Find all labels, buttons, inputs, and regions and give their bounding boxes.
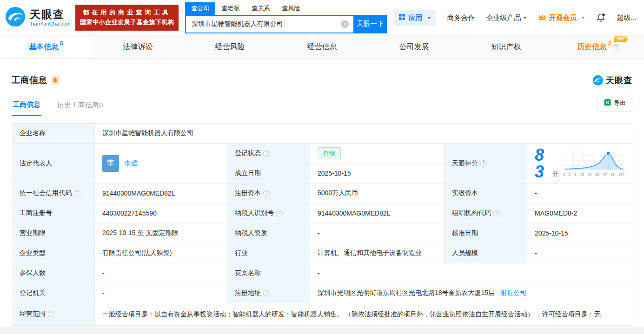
score-number: 83: [535, 147, 550, 180]
label-english-name: 英文名称: [227, 263, 310, 283]
tab-label: 经营信息: [307, 42, 337, 52]
tab-business-info[interactable]: 经营信息: [276, 36, 368, 58]
header-nav: 应用 商务合作 企业级产品 开通会员: [394, 10, 637, 26]
apps-grid-icon: [398, 13, 405, 22]
label-business-term: 营业期限: [12, 223, 95, 243]
help-icon[interactable]: ?: [263, 150, 270, 157]
search-tab-relation[interactable]: 查关系: [246, 2, 276, 15]
label-address: 注册地址?: [227, 283, 310, 303]
help-icon[interactable]: ?: [480, 160, 487, 167]
business-info-section: 工商信息 天眼查 工商信息 历史工商信息0: [0, 74, 644, 326]
label-industry: 行业: [227, 243, 310, 263]
label-business-scope: 经营范围?: [12, 303, 95, 326]
brand-domain: TianYanCha.com: [30, 21, 71, 26]
value-reg-capital: 5000万人民币: [310, 183, 445, 203]
tab-history-info[interactable]: 历史信息 2 VIP ?: [552, 36, 644, 58]
table-row: 经营范围? 一般经营项目是：以自有资金从事投资活动；智能机器人的研发；智能机器人…: [12, 303, 632, 326]
search-block: 查公司 查老板 查关系 查风险 × 天眼一下: [185, 2, 387, 33]
nav-enterprise-products[interactable]: 企业级产品: [486, 13, 527, 22]
subtab-business-info[interactable]: 工商信息: [12, 100, 41, 116]
section-brand-text: 天眼查: [606, 75, 632, 86]
label-staff-size: 人员规模: [445, 243, 527, 263]
value-org-code: MAG0MED8-2: [527, 203, 632, 223]
tianyancha-logo[interactable]: 天眼查 TianYanCha.com: [5, 6, 71, 29]
search-input[interactable]: [185, 15, 353, 33]
notification-bell[interactable]: [596, 13, 605, 22]
score-unit: 分: [552, 170, 558, 178]
nav-enterprise-label: 企业级产品: [486, 13, 521, 22]
status-badge: 存续: [318, 147, 341, 159]
value-legal-rep: 李 李哲: [95, 144, 227, 183]
tab-legal-proceedings[interactable]: 法律诉讼: [92, 36, 184, 58]
brand-name: 天眼查: [30, 9, 71, 20]
value-score: 83 分: [527, 144, 632, 183]
subtab-history-business-info[interactable]: 历史工商信息0: [56, 101, 104, 116]
subtabs-row: 工商信息 历史工商信息0 导出: [12, 96, 632, 116]
tab-basic-info[interactable]: 基本信息 5: [0, 36, 92, 58]
tab-intellectual-property[interactable]: 知识产权: [460, 36, 552, 58]
nav-super-label: 超级...: [617, 13, 637, 22]
value-paid-capital: -: [527, 183, 632, 203]
tab-count-badge: 2: [608, 40, 611, 46]
label-legal-rep: 法定代表人: [12, 144, 95, 183]
score-distribution-chart: 0131550859799100: [563, 150, 624, 177]
nav-open-vip-label: 开通会员: [549, 13, 577, 22]
nav-apps[interactable]: 应用: [394, 10, 436, 26]
help-icon[interactable]: ?: [613, 44, 619, 51]
help-icon[interactable]: ?: [263, 190, 270, 196]
help-icon[interactable]: ?: [48, 311, 54, 317]
legal-rep-link[interactable]: 李哲: [125, 159, 138, 168]
help-icon[interactable]: ?: [276, 210, 283, 216]
business-info-table: 企业名称 深圳市星帷智能机器人有限公司 法定代表人 李 李哲 登记状态 ? 存续: [12, 123, 632, 326]
nav-cooperation[interactable]: 商务合作: [447, 13, 475, 22]
table-row: 企业类型 有限责任公司(法人独资) 行业 计算机、通信和其他电子设备制造业 人员…: [12, 243, 632, 263]
search-tab-risk[interactable]: 查风险: [276, 2, 306, 15]
nav-open-vip[interactable]: 开通会员: [538, 13, 585, 22]
help-icon[interactable]: ?: [263, 290, 270, 296]
tab-label: 法律诉讼: [123, 42, 153, 52]
tab-operating-risk[interactable]: 经营风险: [184, 36, 276, 58]
promo-line2: 国家中小企业发展子基金旗下机构: [80, 18, 174, 27]
value-est-date: 2025-10-15: [310, 164, 445, 183]
value-business-scope: 一般经营项目是：以自有资金从事投资活动；智能机器人的研发；智能机器人销售。 （除…: [95, 303, 632, 326]
company-detail-tabs: 基本信息 5 法律诉讼 经营风险 经营信息 公司发展 知识产权 历史信息 2 V…: [0, 35, 644, 59]
label-company-type: 企业类型: [12, 243, 95, 263]
help-icon[interactable]: ?: [493, 210, 500, 216]
value-business-term: 2025-10-15 至 无固定期限: [95, 223, 227, 243]
table-row: 法定代表人 李 李哲 登记状态 ? 存续 天眼评分 ?: [12, 144, 632, 164]
label-taxpayer-id: 纳税人识别号?: [227, 203, 310, 223]
nav-apps-label: 应用: [408, 13, 422, 22]
value-taxpayer-quality: -: [310, 223, 445, 243]
promo-banner: 都在用的商业查询工具 国家中小企业发展子基金旗下机构: [75, 5, 179, 31]
nav-super-member[interactable]: 超级...: [617, 13, 637, 22]
nearby-companies-link[interactable]: 附近公司: [500, 289, 526, 296]
label-taxpayer-quality: 纳税人资质: [227, 223, 310, 243]
value-address: 深圳市光明区光明街道东周社区光电北路18号金新农大厦15层 附近公司: [310, 283, 632, 303]
help-icon[interactable]: ?: [74, 190, 80, 196]
subscribe-bell-icon[interactable]: [51, 76, 60, 85]
clear-search-icon[interactable]: ×: [341, 20, 349, 28]
promo-line1: 都在用的商业查询工具: [80, 8, 174, 18]
chevron-down-icon: [581, 17, 585, 19]
table-row: 参保人数 - 英文名称 -: [12, 263, 632, 283]
label-org-code: 组织机构代码?: [445, 203, 527, 223]
search-tab-boss[interactable]: 查老板: [215, 2, 246, 15]
search-button[interactable]: 天眼一下: [353, 15, 387, 33]
table-row: 登记机关 - 注册地址? 深圳市光明区光明街道东周社区光电北路18号金新农大厦1…: [12, 283, 632, 303]
value-approved-date: 2025-10-15: [527, 223, 632, 243]
vip-badge: VIP: [614, 36, 628, 42]
tab-count-badge: 5: [60, 40, 63, 46]
legal-rep-avatar[interactable]: 李: [102, 155, 119, 172]
logo-text: 天眼查 TianYanCha.com: [30, 9, 71, 26]
export-button[interactable]: 导出: [598, 95, 632, 111]
label-insured-count: 参保人数: [12, 263, 95, 283]
table-row: 企业名称 深圳市星帷智能机器人有限公司: [12, 124, 632, 144]
value-reg-status: 存续: [310, 144, 445, 164]
tab-company-development[interactable]: 公司发展: [368, 36, 460, 58]
chevron-down-icon: [523, 17, 527, 19]
nav-cooperation-label: 商务合作: [447, 13, 475, 22]
tab-label: 基本信息: [29, 42, 59, 52]
search-tab-company[interactable]: 查公司: [185, 2, 215, 15]
value-reg-authority: -: [95, 283, 227, 303]
value-company-type: 有限责任公司(法人独资): [95, 243, 227, 263]
